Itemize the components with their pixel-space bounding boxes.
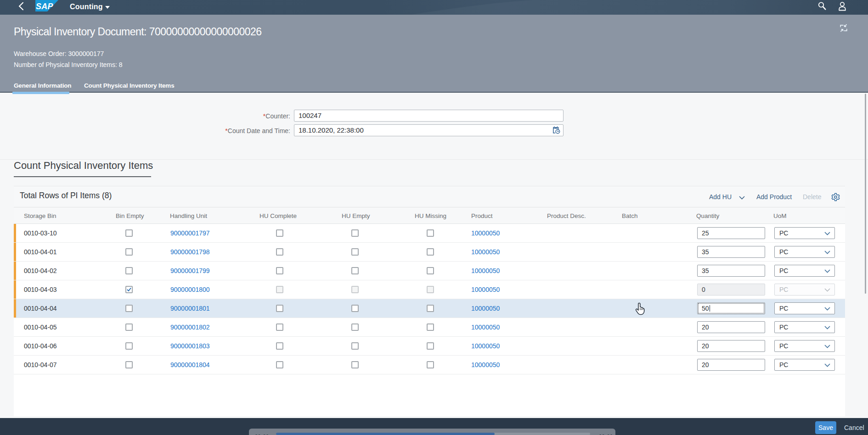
svg-text:SAP: SAP xyxy=(36,2,54,11)
